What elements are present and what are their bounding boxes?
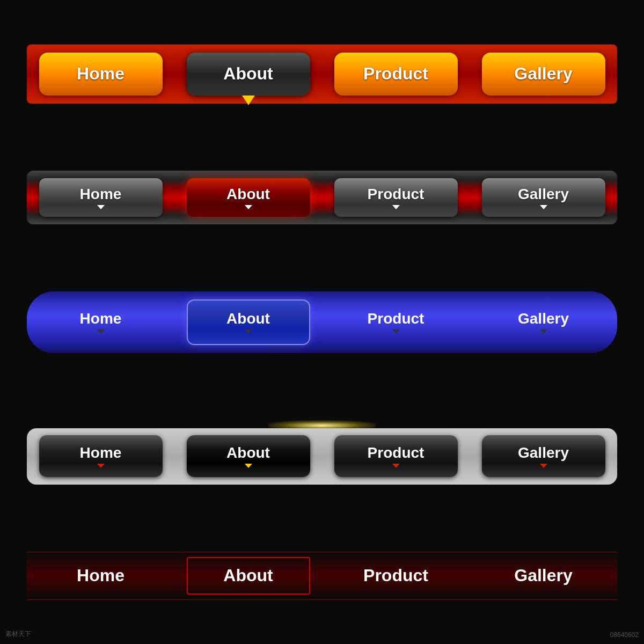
nav5-about-label: About xyxy=(223,566,273,586)
nav3-gallery-arrow xyxy=(540,330,547,334)
nav1-home-label: Home xyxy=(77,64,125,84)
nav3-product-button[interactable]: Product xyxy=(334,299,458,345)
navbar-3: Home About Product Gallery xyxy=(27,291,617,353)
nav1-about-label: About xyxy=(223,64,273,84)
navbar-4: Home About Product Gallery xyxy=(27,428,617,485)
nav4-home-button[interactable]: Home xyxy=(39,435,163,477)
nav5-about-button[interactable]: About xyxy=(187,557,310,595)
nav2-home-arrow xyxy=(97,205,105,209)
nav4-about-button[interactable]: About xyxy=(187,435,310,477)
nav3-about-arrow xyxy=(245,330,252,334)
watermark-left: 素材天下 xyxy=(5,630,31,639)
navbar-1: Home About Product Gallery xyxy=(27,45,617,104)
nav3-about-button[interactable]: About xyxy=(187,299,310,345)
nav4-home-label: Home xyxy=(80,444,122,462)
nav5-product-button[interactable]: Product xyxy=(334,557,458,595)
nav4-product-button[interactable]: Product xyxy=(334,435,458,477)
nav4-about-label: About xyxy=(226,444,270,462)
nav3-home-arrow xyxy=(97,330,105,334)
nav3-home-button[interactable]: Home xyxy=(39,299,163,345)
nav4-product-label: Product xyxy=(368,444,425,462)
nav1-about-arrow xyxy=(242,96,255,105)
watermark-right: 08640602 xyxy=(610,631,639,639)
nav2-product-label: Product xyxy=(368,186,425,203)
nav5-home-button[interactable]: Home xyxy=(39,557,163,595)
nav2-product-button[interactable]: Product xyxy=(334,178,458,217)
nav2-about-button[interactable]: About xyxy=(187,178,310,217)
nav5-product-label: Product xyxy=(363,566,428,586)
nav4-gallery-arrow xyxy=(540,464,547,468)
nav4-gallery-button[interactable]: Gallery xyxy=(482,435,605,477)
nav4-home-arrow xyxy=(97,464,105,468)
nav1-product-button[interactable]: Product xyxy=(334,53,458,96)
nav1-product-label: Product xyxy=(363,64,428,84)
nav2-gallery-label: Gallery xyxy=(518,186,569,203)
navbar-5: Home About Product Gallery xyxy=(27,552,617,600)
nav3-product-arrow xyxy=(392,330,400,334)
navbar-4-wrapper: Home About Product Gallery xyxy=(27,420,617,485)
nav1-gallery-label: Gallery xyxy=(514,64,573,84)
nav1-gallery-button[interactable]: Gallery xyxy=(482,53,605,96)
nav3-product-label: Product xyxy=(368,310,425,327)
nav4-gallery-label: Gallery xyxy=(518,444,569,462)
nav3-gallery-button[interactable]: Gallery xyxy=(482,299,605,345)
nav2-about-arrow xyxy=(245,205,252,209)
nav5-home-label: Home xyxy=(77,566,125,586)
nav3-gallery-label: Gallery xyxy=(518,310,569,327)
navbar-2: Home About Product Gallery xyxy=(27,171,617,224)
nav3-home-label: Home xyxy=(80,310,122,327)
nav2-home-button[interactable]: Home xyxy=(39,178,163,217)
nav3-about-label: About xyxy=(226,310,270,327)
nav5-gallery-button[interactable]: Gallery xyxy=(482,557,605,595)
nav1-about-button[interactable]: About xyxy=(187,53,310,96)
nav2-gallery-arrow xyxy=(540,205,547,209)
nav5-gallery-label: Gallery xyxy=(514,566,573,586)
nav4-product-arrow xyxy=(392,464,400,468)
nav1-home-button[interactable]: Home xyxy=(39,53,163,96)
nav2-product-arrow xyxy=(392,205,400,209)
nav2-gallery-button[interactable]: Gallery xyxy=(482,178,605,217)
nav2-home-label: Home xyxy=(80,186,122,203)
nav4-about-arrow xyxy=(245,464,252,468)
nav2-about-label: About xyxy=(226,186,270,203)
